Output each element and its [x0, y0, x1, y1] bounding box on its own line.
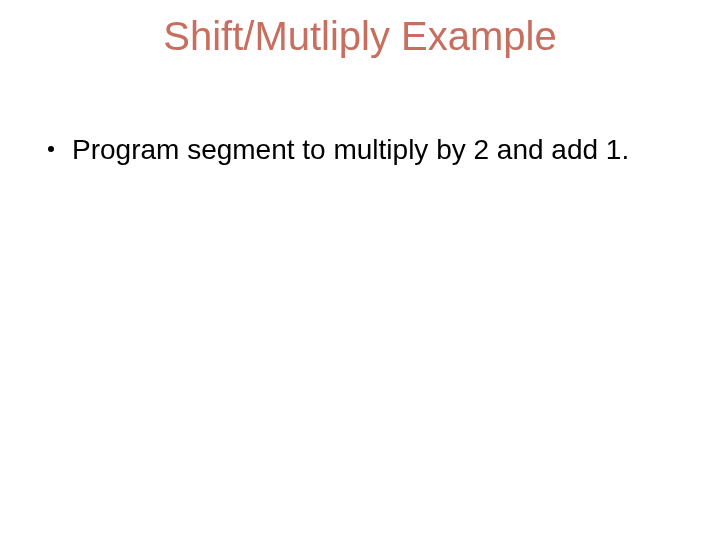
- bullet-dot-icon: [48, 146, 54, 152]
- slide-body: Program segment to multiply by 2 and add…: [48, 132, 672, 167]
- slide-title: Shift/Mutliply Example: [0, 14, 720, 58]
- bullet-text: Program segment to multiply by 2 and add…: [72, 132, 672, 167]
- slide: Shift/Mutliply Example Program segment t…: [0, 0, 720, 540]
- bullet-item: Program segment to multiply by 2 and add…: [48, 132, 672, 167]
